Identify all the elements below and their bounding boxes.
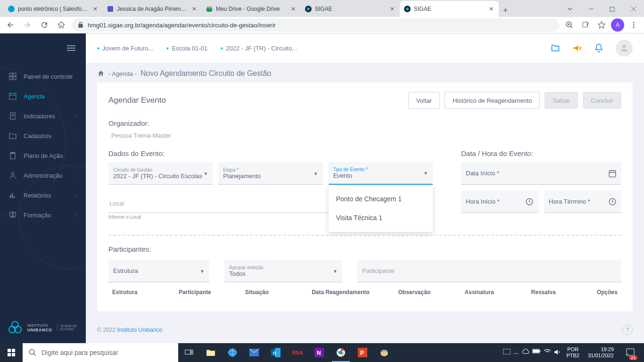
chevron-down-icon: ▼ <box>333 268 338 273</box>
browser-tab[interactable]: Jessica de Aragão Pimenta | ✕ <box>103 1 202 17</box>
chevron-down-icon: ▼ <box>423 171 428 176</box>
address-row: hmg01.sigae.org.br/agenda/agendar/evento… <box>0 17 644 33</box>
data-inicio-input[interactable]: Data Início * <box>461 162 621 185</box>
close-icon[interactable]: ✕ <box>487 5 495 13</box>
clock-icon <box>608 197 617 206</box>
concluir-button[interactable]: Concluir <box>583 92 621 109</box>
profile-avatar[interactable]: A <box>611 18 624 32</box>
hora-termino-input[interactable]: Hora Término * <box>544 190 621 213</box>
tray-chevron-up-icon[interactable]: ︿ <box>513 349 519 357</box>
back-button[interactable] <box>4 18 17 32</box>
historico-button[interactable]: Histórico de Reagendamento <box>445 92 540 109</box>
topbar: ▾ Jovem de Futuro... ▾ Escola 01-01 ▾ 20… <box>86 33 644 63</box>
home-icon[interactable] <box>97 70 105 77</box>
zoom-icon[interactable] <box>563 18 576 32</box>
powerpoint-icon[interactable]: P <box>352 343 373 362</box>
window-dropdown-icon[interactable] <box>559 2 580 16</box>
user-avatar[interactable] <box>616 40 633 57</box>
onenote-icon[interactable]: N <box>308 343 330 362</box>
language-indicator[interactable]: POR PTB2 <box>564 346 581 359</box>
window-minimize-button[interactable] <box>580 2 602 16</box>
svg-rect-52 <box>185 350 190 354</box>
sidebar: Painel de controle Agenda Indicadores › … <box>0 33 86 343</box>
tray-wifi-icon[interactable] <box>544 349 551 357</box>
chevron-down-icon: ▼ <box>314 171 318 176</box>
tipo-evento-select[interactable]: Tipo de Evento * Evento ▼ Ponto de Checa… <box>329 162 433 185</box>
task-view-button[interactable] <box>178 343 200 362</box>
browser-tab-active[interactable]: SIGAE ✕ <box>400 1 499 17</box>
participante-input[interactable]: Participante <box>357 260 621 282</box>
notifications-button[interactable] <box>594 43 603 53</box>
sidebar-item-agenda[interactable]: Agenda <box>0 86 86 106</box>
folder-button[interactable] <box>551 43 560 53</box>
close-icon[interactable]: ✕ <box>190 5 198 13</box>
window-maximize-button[interactable] <box>602 2 623 16</box>
sidebar-item-formacao[interactable]: Formação › <box>0 205 86 225</box>
explorer-icon[interactable] <box>200 343 222 362</box>
circuito-select[interactable]: Circuito de Gestão 2022 - JF (TR) - Circ… <box>108 162 213 185</box>
outlook-icon[interactable]: O <box>265 343 287 362</box>
context-selector-school[interactable]: ▾ Escola 01-01 <box>166 45 207 52</box>
th-ressalva: Ressalva <box>531 289 578 296</box>
help-button[interactable]: ? <box>622 325 633 335</box>
url-text: hmg01.sigae.org.br/agenda/agendar/evento… <box>88 22 276 29</box>
chevron-down-icon: ▾ <box>221 46 223 51</box>
browser-tab[interactable]: Meu Drive - Google Drive ✕ <box>202 1 301 17</box>
svg-rect-19 <box>9 73 12 76</box>
estrutura-select[interactable]: Estrutura ▼ <box>108 260 209 282</box>
sidebar-item-relatorios[interactable]: Relatórios › <box>0 185 86 205</box>
context-selector-program[interactable]: ▾ Jovem de Futuro... <box>97 45 153 52</box>
salvar-button[interactable]: Salvar <box>545 92 578 109</box>
paint-icon[interactable] <box>373 343 395 362</box>
sidebar-item-label: Cadastros <box>24 132 51 140</box>
sidebar-item-cadastros[interactable]: Cadastros › <box>0 126 86 146</box>
browser-tab[interactable]: ponto eletrônico | Salesforce ✕ <box>4 1 103 17</box>
dropdown-option[interactable]: Visita Técnica 1 <box>329 208 433 227</box>
etapa-select[interactable]: Etapa * Planejamento ▼ <box>218 162 322 185</box>
dropdown-option[interactable]: Ponto de Checagem 1 <box>329 189 433 208</box>
hora-inicio-input[interactable]: Hora Início * <box>461 190 538 213</box>
breadcrumb-segment[interactable]: - Agenda - <box>108 70 137 77</box>
sidebar-item-painel[interactable]: Painel de controle <box>0 66 86 86</box>
tray-cloud-icon[interactable] <box>522 349 529 357</box>
svg-rect-20 <box>13 73 16 76</box>
new-tab-button[interactable]: + <box>499 4 512 17</box>
tray-keyboard-icon[interactable] <box>503 349 511 357</box>
mail-icon[interactable] <box>243 343 265 362</box>
document-icon <box>8 112 17 120</box>
svg-rect-22 <box>13 77 16 80</box>
footer-link[interactable]: Instituto Unibanco <box>117 327 162 333</box>
home-button[interactable] <box>55 18 68 32</box>
agrupar-select[interactable]: Agrupar seleção Todos ▼ <box>224 260 342 282</box>
tray-battery-icon[interactable] <box>532 349 541 357</box>
browser-icon[interactable] <box>222 343 243 362</box>
announcement-button[interactable] <box>572 43 582 53</box>
address-bar[interactable]: hmg01.sigae.org.br/agenda/agendar/evento… <box>72 18 559 32</box>
close-icon[interactable]: ✕ <box>289 5 297 13</box>
window-close-button[interactable] <box>623 2 644 16</box>
clock[interactable]: 19:29 31/01/2022 <box>585 346 617 359</box>
close-icon[interactable]: ✕ <box>388 5 396 13</box>
browser-tab[interactable]: SIGAE ✕ <box>301 1 400 17</box>
rsa-icon[interactable]: RSA <box>287 343 308 362</box>
voltar-button[interactable]: Voltar <box>408 92 440 109</box>
taskbar-search[interactable]: Digite aqui para pesquisar <box>23 343 178 362</box>
chrome-icon[interactable] <box>330 343 352 362</box>
start-button[interactable] <box>0 343 23 362</box>
sidebar-item-plano[interactable]: Plano de Ação <box>0 146 86 165</box>
share-icon[interactable] <box>579 18 592 32</box>
event-card: Agendar Evento Voltar Histórico de Reage… <box>97 82 633 312</box>
notifications-tray[interactable]: 24 <box>620 343 640 362</box>
menu-toggle-icon[interactable] <box>67 45 75 51</box>
context-selector-circuit[interactable]: ▾ 2022 - JF (TR) - Circuito... <box>221 45 297 52</box>
menu-icon[interactable] <box>627 18 640 32</box>
sidebar-item-admin[interactable]: Administração › <box>0 165 86 185</box>
tray-icons[interactable]: ︿ <box>503 349 561 357</box>
sidebar-item-indicadores[interactable]: Indicadores › <box>0 106 86 126</box>
tray-volume-icon[interactable] <box>554 349 561 357</box>
svg-point-18 <box>633 27 635 28</box>
close-icon[interactable]: ✕ <box>91 5 99 13</box>
bookmark-icon[interactable] <box>595 18 608 32</box>
reload-button[interactable] <box>38 18 51 32</box>
forward-button[interactable] <box>21 18 34 32</box>
